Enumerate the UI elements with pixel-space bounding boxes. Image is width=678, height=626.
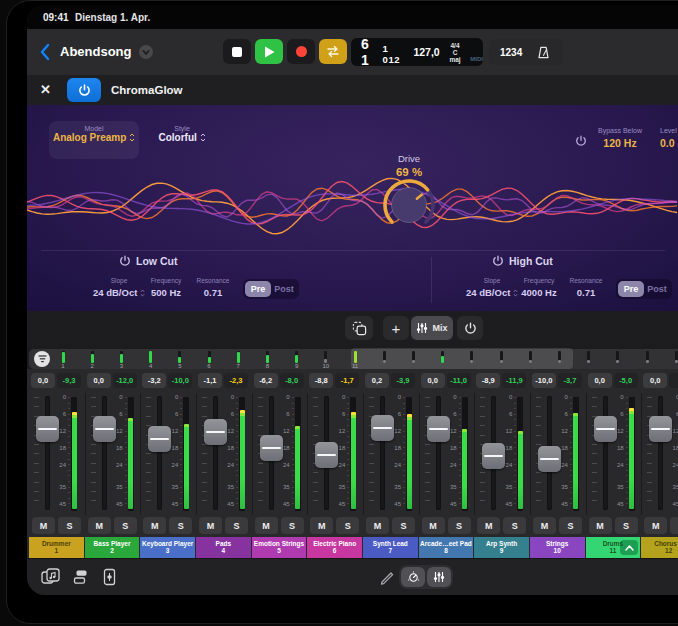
- track-name-cell[interactable]: Arcade…eet Pad8: [419, 537, 474, 558]
- volume-value[interactable]: 0,0: [31, 373, 55, 388]
- solo-button[interactable]: S: [503, 517, 526, 534]
- fader-cap[interactable]: [315, 442, 338, 468]
- low-cut-prepost-toggle[interactable]: PrePost: [243, 279, 299, 299]
- fader-strip-icon[interactable]: [103, 568, 116, 586]
- fader-cap[interactable]: [371, 415, 394, 441]
- high-cut-post-button[interactable]: Post: [644, 281, 670, 297]
- mute-button[interactable]: M: [199, 517, 222, 534]
- low-cut-param-resonance[interactable]: Resonance0.71: [183, 277, 243, 298]
- solo-button[interactable]: S: [670, 517, 678, 534]
- metronome-icon[interactable]: [536, 45, 551, 60]
- solo-button[interactable]: S: [58, 517, 81, 534]
- track-name-cell[interactable]: Strings10: [530, 537, 585, 558]
- fader-cap[interactable]: [649, 416, 672, 442]
- volume-value[interactable]: -8,8: [309, 373, 333, 388]
- mute-button[interactable]: M: [143, 517, 166, 534]
- volume-value[interactable]: -1,1: [198, 373, 222, 388]
- fader-track[interactable]: [436, 396, 441, 510]
- volume-value[interactable]: 0,2: [365, 373, 389, 388]
- fader-cap[interactable]: [148, 426, 171, 452]
- song-menu-chevron-icon[interactable]: [139, 45, 153, 59]
- low-cut-post-button[interactable]: Post: [271, 281, 297, 297]
- mute-button[interactable]: M: [589, 517, 612, 534]
- pencil-icon[interactable]: [379, 569, 395, 585]
- back-chevron-icon[interactable]: [39, 43, 51, 61]
- fader-track[interactable]: [658, 396, 663, 510]
- track-name-cell[interactable]: Synth Lead7: [363, 537, 418, 558]
- cycle-button[interactable]: [319, 39, 347, 64]
- fader-track[interactable]: [380, 396, 385, 510]
- mute-button[interactable]: M: [88, 517, 111, 534]
- stop-button[interactable]: [223, 39, 251, 64]
- plugin-power-button[interactable]: [67, 78, 101, 102]
- mixer-power-button[interactable]: [457, 316, 483, 340]
- level-control[interactable]: Level 0.0: [660, 127, 678, 149]
- song-title[interactable]: Abendsong: [60, 44, 132, 59]
- bypass-control[interactable]: Bypass Below 120 Hz: [583, 127, 657, 149]
- volume-value[interactable]: 0,0: [588, 373, 612, 388]
- fader-track[interactable]: [157, 396, 162, 510]
- fader-cap[interactable]: [594, 416, 617, 442]
- solo-button[interactable]: S: [615, 517, 638, 534]
- browser-loops-icon[interactable]: [41, 568, 60, 586]
- high-cut-param-resonance[interactable]: Resonance0.71: [556, 277, 616, 298]
- fader-track[interactable]: [45, 396, 50, 510]
- track-name-cell[interactable]: Pads4: [196, 537, 251, 558]
- volume-value[interactable]: 0,0: [643, 373, 667, 388]
- fader-cap[interactable]: [260, 435, 283, 461]
- lcd-display[interactable]: 6 1 1 012 127,0 4/4 C maj MIDI: [351, 38, 483, 66]
- mute-button[interactable]: M: [310, 517, 333, 534]
- expand-stack-button[interactable]: [620, 540, 638, 555]
- drive-knob[interactable]: [381, 177, 437, 233]
- count-in-button[interactable]: 1234: [500, 47, 522, 58]
- volume-value[interactable]: 0,0: [87, 373, 111, 388]
- fader-cap[interactable]: [36, 416, 59, 442]
- high-cut-pre-button[interactable]: Pre: [618, 281, 644, 297]
- low-cut-power-icon[interactable]: [119, 255, 131, 267]
- fader-track[interactable]: [102, 396, 107, 510]
- low-cut-pre-button[interactable]: Pre: [245, 281, 271, 297]
- track-name-cell[interactable]: Chorus V12: [641, 537, 678, 558]
- high-cut-prepost-toggle[interactable]: PrePost: [616, 279, 672, 299]
- mute-button[interactable]: M: [644, 517, 667, 534]
- fader-cap[interactable]: [93, 416, 116, 442]
- mute-button[interactable]: M: [366, 517, 389, 534]
- solo-button[interactable]: S: [281, 517, 304, 534]
- track-name-cell[interactable]: Electric Piano6: [307, 537, 362, 558]
- play-button[interactable]: [255, 39, 283, 64]
- volume-value[interactable]: 0,0: [421, 373, 445, 388]
- volume-value[interactable]: -10,0: [532, 373, 556, 388]
- high-cut-power-icon[interactable]: [492, 255, 504, 267]
- faders-mode-button[interactable]: [427, 567, 451, 587]
- mute-button[interactable]: M: [533, 517, 556, 534]
- model-selector[interactable]: Model Analog Preamp: [49, 121, 139, 159]
- mute-button[interactable]: M: [255, 517, 278, 534]
- mute-button[interactable]: M: [32, 517, 55, 534]
- solo-button[interactable]: S: [169, 517, 192, 534]
- track-name-cell[interactable]: Drummer1: [29, 537, 84, 558]
- fader-track[interactable]: [603, 396, 608, 510]
- record-button[interactable]: [287, 39, 315, 64]
- volume-value[interactable]: -3,2: [142, 373, 166, 388]
- add-track-button[interactable]: +: [383, 316, 409, 340]
- track-name-cell[interactable]: Emotion Strings5: [252, 537, 307, 558]
- close-icon[interactable]: ✕: [40, 82, 51, 97]
- mix-toggle-button[interactable]: Mix: [411, 316, 453, 340]
- style-selector[interactable]: Style Colorful: [145, 121, 219, 159]
- solo-button[interactable]: S: [225, 517, 248, 534]
- solo-button[interactable]: S: [559, 517, 582, 534]
- fader-cap[interactable]: [204, 419, 227, 445]
- track-name-cell[interactable]: Keyboard Player3: [140, 537, 195, 558]
- fader-cap[interactable]: [427, 416, 450, 442]
- track-name-cell[interactable]: Arp Synth9: [474, 537, 529, 558]
- solo-button[interactable]: S: [336, 517, 359, 534]
- fader-cap[interactable]: [482, 443, 505, 469]
- filter-tracks-icon[interactable]: [34, 351, 50, 367]
- knob-mode-button[interactable]: [401, 567, 425, 587]
- solo-button[interactable]: S: [392, 517, 415, 534]
- duplicate-button[interactable]: [345, 316, 373, 340]
- mute-button[interactable]: M: [422, 517, 445, 534]
- fader-track[interactable]: [213, 396, 218, 510]
- solo-button[interactable]: S: [448, 517, 471, 534]
- fader-cap[interactable]: [538, 446, 561, 472]
